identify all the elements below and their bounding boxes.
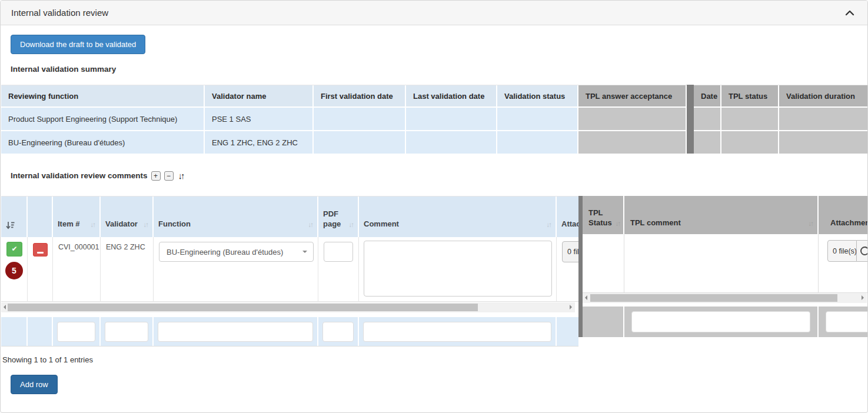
column-header-reviewing-function: Reviewing function bbox=[1, 85, 205, 106]
sort-both-icon: ↓↑ bbox=[349, 221, 354, 229]
panel-heading: Internal validation review bbox=[1, 1, 867, 25]
validation-duration-cell bbox=[779, 131, 867, 154]
collapse-panel-button[interactable] bbox=[844, 9, 856, 17]
collapse-minus-icon[interactable]: − bbox=[164, 171, 174, 181]
sort-both-icon: ↓↑ bbox=[547, 221, 551, 229]
filter-comment-input[interactable] bbox=[363, 322, 551, 342]
row-status-cell: ✔ 5 bbox=[1, 237, 28, 301]
column-header-validation-status: Validation status bbox=[497, 85, 578, 106]
tpl-attachment-button-group: 0 file(s) bbox=[827, 240, 868, 262]
column-header-tpl-comment[interactable]: TPL comment ↓↑ bbox=[624, 196, 819, 234]
comments-header-row: Item # ↓↑ Validator ↓↑ Function ↓↑ PDF p… bbox=[1, 196, 578, 237]
column-header-validator[interactable]: Validator ↓↑ bbox=[101, 196, 154, 237]
caret-down-icon bbox=[302, 251, 307, 255]
row-delete-cell bbox=[28, 237, 53, 301]
tpl-answer-acceptance-cell bbox=[578, 108, 687, 130]
scroll-right-icon[interactable] bbox=[862, 295, 864, 300]
scroll-right-icon[interactable] bbox=[570, 305, 572, 309]
function-select[interactable]: BU-Engineering (Bureau d'études) bbox=[159, 242, 314, 262]
expand-plus-icon[interactable]: + bbox=[151, 171, 161, 181]
scrollbar-thumb[interactable] bbox=[8, 304, 478, 311]
tpl-header-row: TPL Status ↓↑ TPL comment ↓↑ Attachment bbox=[583, 196, 868, 234]
tpl-attachment-cell: 0 file(s) bbox=[819, 234, 868, 293]
column-header-tpl-status[interactable]: TPL Status ↓↑ bbox=[583, 196, 624, 234]
scroll-left-icon[interactable] bbox=[585, 295, 587, 300]
validator-name-cell: PSE 1 SAS bbox=[205, 108, 314, 130]
validate-check-button[interactable]: ✔ bbox=[6, 242, 22, 257]
vertical-scrollbar[interactable] bbox=[578, 196, 583, 337]
validator-cell: ENG 2 ZHC bbox=[101, 237, 154, 301]
column-header-first-validation-date: First validation date bbox=[314, 85, 406, 106]
tpl-comment-cell bbox=[624, 234, 819, 293]
comment-row: ✔ 5 CVI_000001 ENG 2 ZHC BU-E bbox=[1, 237, 578, 302]
column-header-tpl-attachment[interactable]: Attachment bbox=[819, 196, 868, 234]
filter-tpl-attachment-input[interactable] bbox=[826, 311, 868, 332]
check-icon: ✔ bbox=[11, 245, 17, 253]
last-validation-date-cell bbox=[406, 131, 497, 154]
comments-heading: Internal validation review comments + − … bbox=[11, 171, 184, 181]
sort-both-icon: ↓↑ bbox=[809, 219, 813, 228]
column-header-date: Date bbox=[694, 85, 721, 106]
tpl-attachment-history-button[interactable] bbox=[857, 240, 868, 262]
filter-validator-input[interactable] bbox=[105, 322, 148, 342]
column-header-pdf-page[interactable]: PDF page ↓↑ bbox=[318, 196, 359, 237]
column-header-comment[interactable]: Comment ↓↑ bbox=[359, 196, 557, 237]
column-header-delete bbox=[28, 196, 53, 237]
date-cell bbox=[694, 131, 721, 154]
summary-heading: Internal validation summary bbox=[11, 65, 116, 74]
summary-row-bu-engineering: BU-Engineering (Bureau d'études) ENG 1 Z… bbox=[1, 131, 867, 154]
filter-item-input[interactable] bbox=[57, 322, 95, 342]
summary-row-pse: Product Support Engineering (Support Tec… bbox=[1, 108, 867, 130]
summary-table-divider-scrollbar[interactable] bbox=[687, 85, 694, 154]
comments-table-pane: Item # ↓↑ Validator ↓↑ Function ↓↑ PDF p… bbox=[1, 196, 578, 347]
delete-row-button[interactable] bbox=[33, 243, 48, 257]
filter-pdf-page-input[interactable] bbox=[322, 322, 354, 342]
column-header-attachment[interactable]: Attachment bbox=[557, 196, 578, 237]
tpl-status-cell bbox=[721, 131, 779, 154]
count-badge: 5 bbox=[5, 262, 23, 279]
tpl-data-row: 0 file(s) bbox=[583, 234, 868, 293]
summary-table: Reviewing function Validator name First … bbox=[1, 85, 867, 155]
tpl-filter-row bbox=[583, 307, 868, 337]
validator-name-cell: ENG 1 ZHC, ENG 2 ZHC bbox=[205, 131, 314, 154]
filter-tpl-comment-input[interactable] bbox=[631, 311, 810, 332]
pdf-page-input[interactable] bbox=[324, 242, 353, 262]
validation-status-cell bbox=[497, 131, 578, 154]
comment-textarea[interactable] bbox=[364, 241, 552, 297]
comments-filter-row bbox=[1, 317, 578, 347]
column-header-last-validation-date: Last validation date bbox=[406, 85, 497, 106]
tpl-columns-pane: TPL Status ↓↑ TPL comment ↓↑ Attachment … bbox=[578, 196, 868, 337]
sort-both-icon: ↓↑ bbox=[91, 221, 95, 229]
download-draft-button[interactable]: Download the draft to be validated bbox=[11, 35, 145, 54]
internal-validation-review-screen: Internal validation review Download the … bbox=[0, 0, 868, 413]
tpl-horizontal-scrollbar[interactable] bbox=[583, 293, 867, 303]
validation-status-cell bbox=[497, 108, 578, 130]
scrollbar-thumb[interactable] bbox=[590, 294, 837, 302]
first-validation-date-cell bbox=[314, 131, 406, 154]
add-row-button[interactable]: Add row bbox=[11, 375, 58, 394]
first-validation-date-cell bbox=[314, 108, 406, 130]
column-header-function[interactable]: Function ↓↑ bbox=[154, 196, 318, 237]
reviewing-function-cell: BU-Engineering (Bureau d'études) bbox=[1, 131, 205, 154]
filter-function-input[interactable] bbox=[158, 322, 313, 342]
horizontal-scrollbar[interactable] bbox=[1, 302, 575, 312]
showing-entries-text: Showing 1 to 1 of 1 entries bbox=[2, 355, 93, 364]
summary-header-row: Reviewing function Validator name First … bbox=[1, 85, 867, 106]
tpl-status-cell bbox=[583, 234, 624, 293]
attachment-files-button[interactable]: 0 file(s) bbox=[562, 241, 578, 262]
column-header-item[interactable]: Item # ↓↑ bbox=[53, 196, 101, 237]
column-header-row-sort[interactable] bbox=[1, 196, 28, 237]
scroll-left-icon[interactable] bbox=[4, 305, 6, 309]
sort-amount-icon bbox=[6, 221, 15, 229]
internal-validation-review-panel: Internal validation review Download the … bbox=[0, 0, 868, 413]
sort-both-icon: ↓↑ bbox=[308, 221, 313, 229]
last-validation-date-cell bbox=[406, 108, 497, 130]
panel-title: Internal validation review bbox=[11, 8, 108, 18]
tpl-attachment-files-button[interactable]: 0 file(s) bbox=[827, 240, 857, 262]
tpl-answer-acceptance-cell bbox=[578, 131, 687, 154]
function-cell: BU-Engineering (Bureau d'études) bbox=[154, 237, 318, 301]
item-number-cell: CVI_000001 bbox=[53, 237, 101, 301]
sort-icon[interactable]: ↓↑ bbox=[178, 171, 184, 181]
column-header-validation-duration: Validation duration bbox=[779, 85, 867, 106]
sort-both-icon: ↓↑ bbox=[144, 221, 148, 229]
